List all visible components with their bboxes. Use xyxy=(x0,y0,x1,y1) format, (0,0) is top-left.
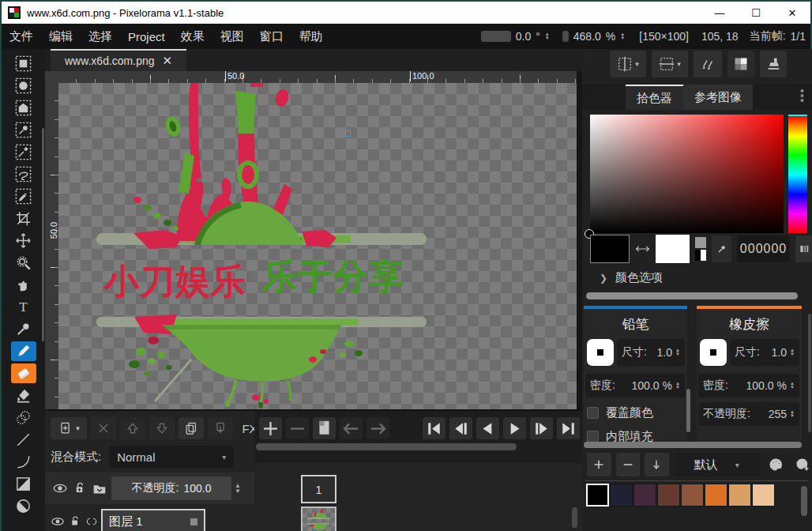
palette-swatch[interactable] xyxy=(586,484,609,507)
menu-edit[interactable]: 编辑 xyxy=(41,29,81,44)
palette-swatch[interactable] xyxy=(657,484,680,507)
add-frame-button[interactable] xyxy=(259,417,282,439)
palette-edit-button[interactable] xyxy=(765,453,787,476)
default-colors-button[interactable] xyxy=(695,237,706,261)
move-tool[interactable] xyxy=(11,231,36,250)
paint-select-tool[interactable] xyxy=(11,186,36,206)
polygon-select-tool[interactable] xyxy=(11,98,36,118)
line-tool[interactable] xyxy=(11,430,36,450)
color-options-expander[interactable]: ❯ 颜色选项 xyxy=(600,270,663,285)
blend-mode-dropdown[interactable]: Normal ▾ xyxy=(109,446,234,468)
eraser-opacity-spinner[interactable]: 不透明度: 255 ▲▼ xyxy=(698,402,799,426)
crop-tool[interactable] xyxy=(11,209,36,228)
timeline-vscrollbar[interactable] xyxy=(572,507,577,528)
move-layer-up-button[interactable] xyxy=(120,417,145,439)
rectangle-shape-tool[interactable] xyxy=(11,474,36,494)
right-panel-scrollbar[interactable] xyxy=(808,314,811,432)
menu-help[interactable]: 帮助 xyxy=(291,29,331,44)
vertical-ruler[interactable]: 50.0 xyxy=(45,83,58,411)
layer-eye-icon[interactable] xyxy=(50,514,66,529)
menu-window[interactable]: 窗口 xyxy=(252,29,291,44)
swap-colors-icon[interactable] xyxy=(635,243,650,255)
minimize-button[interactable]: — xyxy=(701,2,738,24)
eraser-tool[interactable] xyxy=(11,363,36,383)
saturation-value-picker[interactable] xyxy=(590,115,784,233)
toolbar-scrollbar[interactable] xyxy=(42,128,44,341)
palette-remove-color-button[interactable] xyxy=(616,453,641,476)
palette-new-button[interactable] xyxy=(791,453,812,476)
tools-hscrollbar[interactable] xyxy=(584,442,802,448)
color-mode-button[interactable] xyxy=(795,235,812,262)
play-button[interactable] xyxy=(503,417,526,439)
move-frame-right-button[interactable] xyxy=(367,417,389,439)
palette-swatch[interactable] xyxy=(728,484,751,507)
pan-tool[interactable] xyxy=(11,275,36,295)
palette-swatch[interactable] xyxy=(705,484,727,507)
timeline-hscrollbar[interactable] xyxy=(256,443,517,450)
palette-swatch[interactable] xyxy=(681,484,704,507)
go-last-frame-button[interactable] xyxy=(557,417,580,439)
eraser-density-spinner[interactable]: 密度: 100.0 % ▲▼ xyxy=(698,374,799,397)
curve-tool[interactable] xyxy=(11,452,36,472)
tab-reference-images[interactable]: 参考图像 xyxy=(683,85,753,110)
secondary-color-swatch[interactable] xyxy=(656,235,690,263)
layer-name-cell[interactable]: 图层 1 xyxy=(101,509,205,531)
ellipse-shape-tool[interactable] xyxy=(11,496,36,516)
zoom-tool[interactable] xyxy=(11,253,36,273)
bucket-tool[interactable] xyxy=(11,386,36,405)
mirror-vertical-button[interactable]: ▾ xyxy=(610,51,646,77)
palette-swatch[interactable] xyxy=(752,484,775,507)
clone-frame-button[interactable] xyxy=(313,417,336,439)
overwrite-color-checkbox[interactable] xyxy=(587,407,599,419)
lasso-select-tool[interactable] xyxy=(11,164,36,184)
rotation-slider[interactable] xyxy=(481,31,511,42)
tab-color-picker[interactable]: 拾色器 xyxy=(626,85,683,110)
menu-view[interactable]: 视图 xyxy=(212,29,252,44)
next-frame-button[interactable] xyxy=(530,417,553,439)
picker-hscrollbar[interactable] xyxy=(586,292,798,299)
palette-sort-button[interactable] xyxy=(645,453,669,476)
link-cels-icon[interactable] xyxy=(85,514,99,529)
horizontal-ruler[interactable]: 50.0 100.0 xyxy=(58,71,577,83)
transparency-view-button[interactable] xyxy=(727,51,754,77)
text-tool[interactable]: T xyxy=(11,297,36,317)
hex-color-input[interactable]: 000000 xyxy=(737,235,790,262)
pencil-tool-active[interactable] xyxy=(11,341,36,361)
color-select-tool[interactable] xyxy=(11,120,36,140)
mirror-horizontal-button[interactable]: ▾ xyxy=(652,51,688,77)
tab-current-file[interactable]: www.x6d.com.png ✕ xyxy=(51,49,186,71)
overwrite-color-option[interactable]: 覆盖颜色 xyxy=(587,405,653,420)
pencil-panel-scrollbar[interactable] xyxy=(686,389,690,432)
palette-scrollbar[interactable] xyxy=(801,486,807,516)
clone-layer-button[interactable] xyxy=(179,417,204,439)
layer-lock-icon[interactable] xyxy=(68,514,82,529)
hue-slider[interactable] xyxy=(788,115,807,233)
frame-1-button[interactable]: 1 xyxy=(301,475,336,503)
move-layer-down-button[interactable] xyxy=(149,417,175,439)
panel-menu-icon[interactable]: ••• xyxy=(800,88,804,103)
rotation-spinner[interactable]: ▲▼ xyxy=(545,32,550,40)
zoom-value[interactable]: 468.0 xyxy=(573,30,601,43)
delete-layer-button[interactable] xyxy=(91,417,116,439)
visibility-eye-icon[interactable] xyxy=(51,480,69,497)
opacity-spin-arrows[interactable]: ▲▼ xyxy=(235,483,241,494)
add-layer-button[interactable]: ▾ xyxy=(51,417,87,439)
pick-color-button[interactable] xyxy=(712,235,731,262)
palette-select-dropdown[interactable]: 默认 ▾ xyxy=(674,453,760,476)
cel-thumbnail[interactable] xyxy=(301,507,336,531)
pencil-density-spinner[interactable]: 密度: 100.0 % ▲▼ xyxy=(585,374,685,397)
prev-frame-button[interactable] xyxy=(449,417,472,439)
color-picker-tool[interactable] xyxy=(11,319,36,339)
merge-down-button[interactable] xyxy=(208,417,233,439)
go-first-frame-button[interactable] xyxy=(423,417,445,439)
layer-row[interactable]: 图层 1 xyxy=(45,506,254,531)
eraser-brush-button[interactable] xyxy=(700,339,727,366)
rotation-value[interactable]: 0.0 xyxy=(516,30,531,43)
ellipse-select-tool[interactable] xyxy=(11,76,36,96)
eraser-size-spinner[interactable]: 尺寸: 1.0 ▲▼ xyxy=(730,339,799,366)
dynamics-button[interactable] xyxy=(694,51,722,77)
close-button[interactable]: ✕ xyxy=(774,2,810,24)
palette-swatch[interactable] xyxy=(633,484,656,507)
rect-select-tool[interactable] xyxy=(11,54,36,73)
menu-effects[interactable]: 效果 xyxy=(173,29,212,44)
